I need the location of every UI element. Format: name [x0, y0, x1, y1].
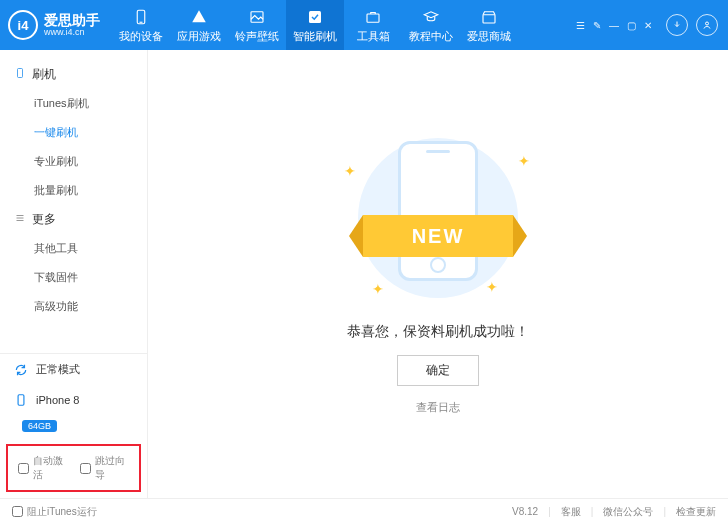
nav-label: 工具箱 — [357, 29, 390, 44]
nav-label: 教程中心 — [409, 29, 453, 44]
sidebar-item-othertools[interactable]: 其他工具 — [0, 234, 147, 263]
sidebar-item-firmware[interactable]: 下载固件 — [0, 263, 147, 292]
sparkle-icon: ✦ — [372, 281, 384, 297]
sparkle-icon: ✦ — [518, 153, 530, 169]
sparkle-icon: ✦ — [344, 163, 356, 179]
phone-icon — [131, 7, 151, 27]
support-link[interactable]: 客服 — [561, 505, 581, 519]
window-controls: ☰ ✎ — ▢ ✕ — [576, 20, 656, 31]
status-bar: 阻止iTunes运行 V8.12| 客服| 微信公众号| 检查更新 — [0, 498, 728, 524]
top-nav: 我的设备 应用游戏 铃声壁纸 智能刷机 工具箱 教程中心 爱思商城 — [112, 0, 518, 50]
mall-icon — [479, 7, 499, 27]
block-itunes-checkbox[interactable]: 阻止iTunes运行 — [12, 505, 97, 519]
list-icon — [14, 212, 26, 227]
sidebar-section-more: 更多 — [0, 205, 147, 234]
sidebar-bottom: 正常模式 iPhone 8 64GB 自动激活 跳过向导 — [0, 353, 147, 498]
app-header: i4 爱思助手 www.i4.cn 我的设备 应用游戏 铃声壁纸 智能刷机 工具… — [0, 0, 728, 50]
graduation-icon — [421, 7, 441, 27]
download-button[interactable] — [666, 14, 688, 36]
toolbox-icon — [363, 7, 383, 27]
nav-ringwall[interactable]: 铃声壁纸 — [228, 0, 286, 50]
section-title: 更多 — [32, 211, 56, 228]
check-update-link[interactable]: 检查更新 — [676, 505, 716, 519]
app-body: 刷机 iTunes刷机 一键刷机 专业刷机 批量刷机 更多 其他工具 下载固件 … — [0, 50, 728, 498]
main-content: ✦ ✦ ✦ ✦ NEW 恭喜您，保资料刷机成功啦！ 确定 查看日志 — [148, 50, 728, 498]
flash-icon — [305, 7, 325, 27]
nav-toolbox[interactable]: 工具箱 — [344, 0, 402, 50]
close-icon[interactable]: ✕ — [644, 20, 652, 31]
flash-options-highlight: 自动激活 跳过向导 — [6, 444, 141, 492]
refresh-icon — [14, 363, 28, 377]
apps-icon — [189, 7, 209, 27]
brand-url: www.i4.cn — [44, 28, 100, 37]
svg-rect-4 — [367, 14, 379, 22]
wallpaper-icon — [247, 7, 267, 27]
ok-button[interactable]: 确定 — [397, 355, 479, 386]
auto-activate-label: 自动激活 — [33, 454, 68, 482]
svg-rect-5 — [483, 14, 495, 22]
phone-outline-icon — [14, 67, 26, 82]
maximize-icon[interactable]: ▢ — [627, 20, 636, 31]
block-itunes-label: 阻止iTunes运行 — [27, 505, 97, 519]
brand-logo-icon: i4 — [8, 10, 38, 40]
device-mode[interactable]: 正常模式 — [0, 354, 147, 385]
svg-rect-3 — [309, 11, 321, 23]
sidebar-item-batch[interactable]: 批量刷机 — [0, 176, 147, 205]
sidebar-scroll: 刷机 iTunes刷机 一键刷机 专业刷机 批量刷机 更多 其他工具 下载固件 … — [0, 50, 147, 353]
nav-mall[interactable]: 爱思商城 — [460, 0, 518, 50]
storage-badge: 64GB — [22, 420, 57, 432]
sparkle-icon: ✦ — [486, 279, 498, 295]
section-title: 刷机 — [32, 66, 56, 83]
block-itunes-input[interactable] — [12, 506, 23, 517]
sidebar-item-pro[interactable]: 专业刷机 — [0, 147, 147, 176]
status-right: V8.12| 客服| 微信公众号| 检查更新 — [512, 505, 716, 519]
success-illustration: ✦ ✦ ✦ ✦ NEW — [338, 133, 538, 303]
brand-text: 爱思助手 www.i4.cn — [44, 13, 100, 37]
sidebar-item-itunes[interactable]: iTunes刷机 — [0, 89, 147, 118]
illus-phone-icon — [398, 141, 478, 281]
nav-label: 我的设备 — [119, 29, 163, 44]
nav-tutorial[interactable]: 教程中心 — [402, 0, 460, 50]
sidebar: 刷机 iTunes刷机 一键刷机 专业刷机 批量刷机 更多 其他工具 下载固件 … — [0, 50, 148, 498]
phone-icon — [14, 393, 28, 407]
device-info[interactable]: iPhone 8 — [0, 385, 147, 415]
mode-label: 正常模式 — [36, 362, 80, 377]
nav-label: 应用游戏 — [177, 29, 221, 44]
menu-icon[interactable]: ☰ — [576, 20, 585, 31]
header-round-buttons — [656, 14, 728, 36]
svg-point-6 — [706, 22, 709, 25]
nav-device[interactable]: 我的设备 — [112, 0, 170, 50]
new-ribbon: NEW — [363, 215, 513, 257]
sidebar-item-oneclick[interactable]: 一键刷机 — [0, 118, 147, 147]
nav-label: 铃声壁纸 — [235, 29, 279, 44]
device-name: iPhone 8 — [36, 394, 79, 406]
svg-rect-7 — [18, 69, 23, 78]
skip-guide-label: 跳过向导 — [95, 454, 130, 482]
minimize-icon[interactable]: — — [609, 20, 619, 31]
wechat-link[interactable]: 微信公众号 — [603, 505, 653, 519]
sidebar-item-advanced[interactable]: 高级功能 — [0, 292, 147, 321]
view-log-link[interactable]: 查看日志 — [416, 400, 460, 415]
skip-guide-input[interactable] — [80, 463, 91, 474]
brand-title: 爱思助手 — [44, 13, 100, 28]
brand: i4 爱思助手 www.i4.cn — [0, 10, 112, 40]
success-message: 恭喜您，保资料刷机成功啦！ — [347, 323, 529, 341]
feedback-icon[interactable]: ✎ — [593, 20, 601, 31]
auto-activate-checkbox[interactable]: 自动激活 — [18, 454, 68, 482]
user-button[interactable] — [696, 14, 718, 36]
nav-label: 智能刷机 — [293, 29, 337, 44]
sidebar-section-flash: 刷机 — [0, 60, 147, 89]
version-label: V8.12 — [512, 506, 538, 517]
nav-apps[interactable]: 应用游戏 — [170, 0, 228, 50]
nav-label: 爱思商城 — [467, 29, 511, 44]
nav-flash[interactable]: 智能刷机 — [286, 0, 344, 50]
svg-rect-11 — [18, 395, 24, 406]
auto-activate-input[interactable] — [18, 463, 29, 474]
skip-guide-checkbox[interactable]: 跳过向导 — [80, 454, 130, 482]
